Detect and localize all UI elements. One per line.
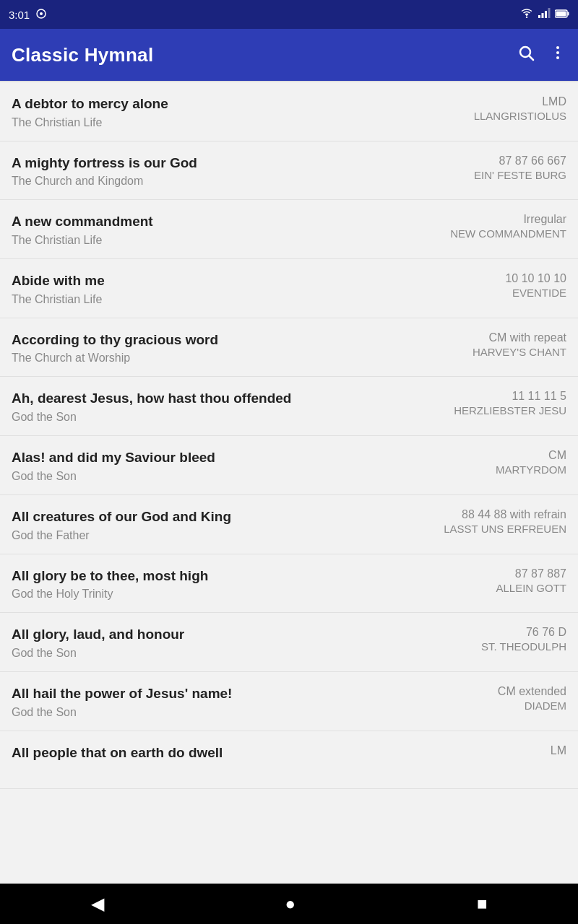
hymn-tune: EIN' FESTE BURG: [474, 169, 566, 181]
svg-line-11: [530, 56, 534, 61]
hymn-tune: LASST UNS ERFREUEN: [444, 523, 566, 535]
svg-point-2: [526, 17, 527, 18]
hymn-title: According to thy gracious word: [12, 331, 464, 349]
table-row[interactable]: Alas! and did my Saviour bleedGod the So…: [0, 436, 578, 495]
svg-rect-3: [538, 15, 540, 18]
hymn-title: A new commandment: [12, 213, 441, 231]
table-row[interactable]: A debtor to mercy aloneThe Christian Lif…: [0, 82, 578, 141]
svg-rect-4: [542, 13, 544, 18]
hymn-title: All people that on earth do dwell: [12, 744, 542, 762]
hymn-title: A mighty fortress is our God: [12, 154, 465, 173]
app-bar-actions: [517, 44, 566, 66]
hymn-left: All glory, laud, and honourGod the Son: [12, 626, 481, 660]
hymn-right: LMDLLANGRISTIOLUS: [474, 95, 566, 122]
hymn-left: According to thy gracious wordThe Church…: [12, 331, 473, 365]
hymn-tune: MARTYRDOM: [496, 463, 566, 476]
table-row[interactable]: A mighty fortress is our GodThe Church a…: [0, 141, 578, 201]
hymn-category: God the Son: [12, 411, 445, 424]
hymn-tune: LLANGRISTIOLUS: [474, 110, 566, 122]
hymn-meter: Irregular: [450, 213, 566, 226]
hymn-title: All hail the power of Jesus' name!: [12, 685, 489, 703]
status-right: [520, 8, 569, 21]
table-row[interactable]: A new commandmentThe Christian LifeIrreg…: [0, 200, 578, 259]
hymn-meter: LM: [551, 744, 566, 757]
hymn-right: 10 10 10 10EVENTIDE: [505, 272, 566, 299]
table-row[interactable]: All glory, laud, and honourGod the Son76…: [0, 613, 578, 672]
hymn-right: CM extendedDIADEM: [498, 685, 566, 712]
hymn-meter: 76 76 D: [481, 626, 566, 639]
svg-point-14: [556, 56, 559, 59]
hymn-right: 76 76 DST. THEODULPH: [481, 626, 566, 653]
hymn-list-container: A debtor to mercy aloneThe Christian Lif…: [0, 82, 578, 829]
svg-rect-8: [568, 12, 569, 16]
hymn-title: Alas! and did my Saviour bleed: [12, 449, 487, 467]
hymn-category: The Church and Kingdom: [12, 175, 465, 188]
hymn-left: All people that on earth do dwell: [12, 744, 551, 765]
hymn-category: The Church at Worship: [12, 352, 464, 365]
table-row[interactable]: All hail the power of Jesus' name!God th…: [0, 672, 578, 731]
hymn-meter: 11 11 11 5: [454, 390, 566, 403]
table-row[interactable]: Ah, dearest Jesus, how hast thou offende…: [0, 377, 578, 436]
more-options-button[interactable]: [549, 44, 566, 66]
hymn-right: CMMARTYRDOM: [496, 449, 566, 476]
status-left: 3:01: [9, 8, 47, 22]
hymn-left: Alas! and did my Saviour bleedGod the So…: [12, 449, 496, 483]
hymn-left: Ah, dearest Jesus, how hast thou offende…: [12, 390, 454, 424]
table-row[interactable]: According to thy gracious wordThe Church…: [0, 318, 578, 378]
hymn-tune: HERZLIEBSTER JESU: [454, 404, 566, 417]
table-row[interactable]: All glory be to thee, most highGod the H…: [0, 554, 578, 614]
hymn-left: A debtor to mercy aloneThe Christian Lif…: [12, 95, 474, 129]
home-button[interactable]: ●: [268, 888, 314, 920]
hymn-tune: ST. THEODULPH: [481, 640, 566, 653]
hymn-left: A new commandmentThe Christian Life: [12, 213, 450, 247]
hymn-left: All creatures of our God and KingGod the…: [12, 508, 444, 542]
hymn-list: A debtor to mercy aloneThe Christian Lif…: [0, 82, 578, 789]
hymn-right: CM with repeatHARVEY'S CHANT: [473, 331, 566, 358]
hymn-left: All hail the power of Jesus' name!God th…: [12, 685, 498, 719]
hymn-title: Ah, dearest Jesus, how hast thou offende…: [12, 390, 445, 408]
hymn-left: Abide with meThe Christian Life: [12, 272, 505, 306]
hymn-meter: 87 87 66 667: [474, 154, 566, 167]
svg-rect-6: [548, 8, 551, 18]
hymn-meter: LMD: [474, 95, 566, 108]
table-row[interactable]: All creatures of our God and KingGod the…: [0, 495, 578, 554]
search-button[interactable]: [517, 44, 535, 66]
back-button[interactable]: ◀: [74, 888, 121, 920]
hymn-meter: 87 87 887: [496, 567, 566, 580]
battery-icon: [555, 8, 569, 21]
hymn-title: Abide with me: [12, 272, 496, 290]
status-bar: 3:01: [0, 0, 578, 29]
svg-rect-5: [545, 11, 547, 18]
recents-button[interactable]: ■: [460, 888, 505, 920]
svg-rect-9: [556, 12, 566, 17]
signal-icon: [538, 8, 551, 21]
app-title: Classic Hymnal: [12, 44, 153, 66]
hymn-meter: CM extended: [498, 685, 566, 698]
hymn-category: The Christian Life: [12, 234, 441, 247]
table-row[interactable]: Abide with meThe Christian Life10 10 10 …: [0, 259, 578, 318]
wifi-icon: [520, 8, 533, 21]
hymn-meter: 88 44 88 with refrain: [444, 508, 566, 521]
hymn-meter: CM: [496, 449, 566, 462]
hymn-tune: NEW COMMANDMENT: [450, 227, 566, 240]
hymn-meter: 10 10 10 10: [505, 272, 566, 285]
hymn-right: LM: [551, 744, 566, 759]
hymn-category: The Christian Life: [12, 293, 496, 306]
nav-bar: ◀ ● ■: [0, 884, 578, 924]
hymn-meter: CM with repeat: [473, 331, 566, 344]
table-row[interactable]: All people that on earth do dwellLM: [0, 731, 578, 789]
hymn-left: All glory be to thee, most highGod the H…: [12, 567, 496, 601]
hymn-left: A mighty fortress is our GodThe Church a…: [12, 154, 474, 188]
hymn-title: All creatures of our God and King: [12, 508, 435, 526]
hymn-category: God the Son: [12, 647, 473, 660]
hymn-tune: EVENTIDE: [505, 287, 566, 299]
hymn-tune: HARVEY'S CHANT: [473, 346, 566, 358]
hymn-title: A debtor to mercy alone: [12, 95, 465, 113]
hymn-right: 87 87 887ALLEIN GOTT: [496, 567, 566, 594]
hymn-category: God the Holy Trinity: [12, 588, 487, 601]
hymn-category: God the Son: [12, 706, 489, 719]
hymn-right: 88 44 88 with refrainLASST UNS ERFREUEN: [444, 508, 566, 535]
hymn-title: All glory be to thee, most high: [12, 567, 487, 585]
hymn-right: IrregularNEW COMMANDMENT: [450, 213, 566, 240]
svg-point-13: [556, 51, 559, 54]
